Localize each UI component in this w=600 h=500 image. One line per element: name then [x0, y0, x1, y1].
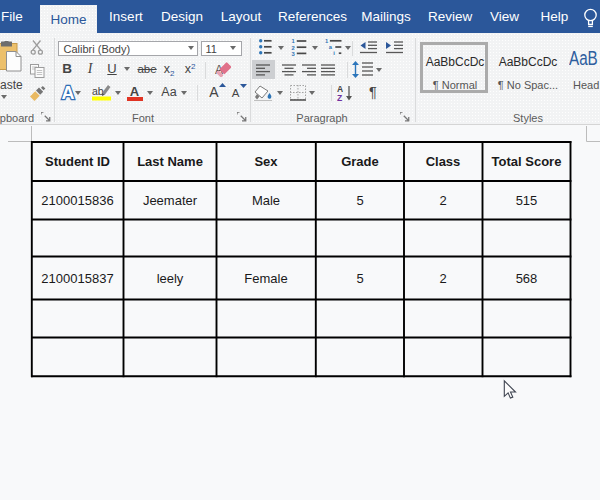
svg-text:Female: Female	[244, 271, 287, 286]
svg-text:Z: Z	[337, 93, 342, 101]
svg-text:2100015836: 2100015836	[41, 193, 113, 208]
svg-text:5: 5	[356, 271, 363, 286]
svg-text:Student ID: Student ID	[45, 154, 110, 169]
svg-text:568: 568	[516, 271, 538, 286]
svg-text:a: a	[328, 44, 332, 50]
svg-text:2: 2	[291, 45, 294, 51]
svg-text:2: 2	[439, 271, 446, 286]
svg-text:515: 515	[516, 193, 538, 208]
svg-text:Jeemater: Jeemater	[143, 193, 198, 208]
svg-text:leely: leely	[157, 271, 184, 286]
svg-text:Class: Class	[426, 154, 461, 169]
svg-text:2100015837: 2100015837	[41, 271, 113, 286]
svg-text:Grade: Grade	[341, 154, 379, 169]
svg-text:1: 1	[291, 39, 295, 44]
svg-text:3: 3	[291, 51, 295, 56]
svg-text:Sex: Sex	[254, 154, 278, 169]
svg-text:5: 5	[356, 193, 363, 208]
svg-text:Male: Male	[252, 193, 280, 208]
svg-text:Last Name: Last Name	[137, 154, 203, 169]
svg-text:i: i	[333, 50, 335, 56]
svg-text:Total Score: Total Score	[492, 154, 562, 169]
svg-text:2: 2	[439, 193, 446, 208]
svg-text:A: A	[62, 84, 75, 101]
